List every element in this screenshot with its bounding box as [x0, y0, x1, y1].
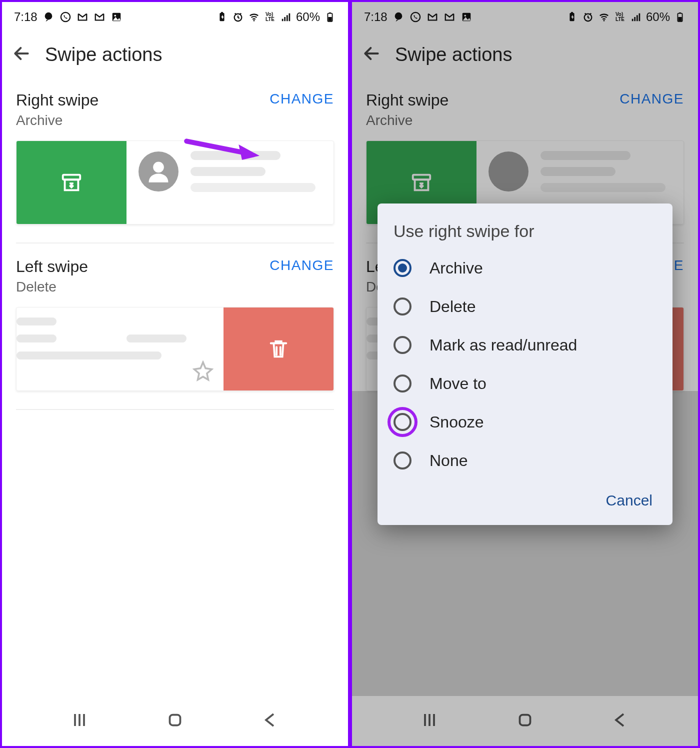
- svg-rect-11: [288, 14, 290, 22]
- status-bar: 7:18 Vo)LTE 60%: [2, 2, 348, 32]
- screenshot-right: 7:18 Vo)LTE 60% Swipe actions: [350, 0, 700, 748]
- svg-rect-8: [282, 19, 284, 22]
- svg-rect-26: [571, 12, 573, 14]
- svg-point-7: [254, 20, 255, 22]
- nav-bar: [2, 696, 348, 746]
- svg-point-0: [44, 12, 52, 20]
- nav-recents-icon[interactable]: [420, 711, 438, 731]
- nav-back-icon[interactable]: [262, 711, 280, 731]
- volte-icon: Vo)LTE: [614, 11, 626, 23]
- svg-rect-32: [638, 14, 640, 22]
- chat-icon: [392, 11, 404, 23]
- right-swipe-change-button[interactable]: CHANGE: [270, 91, 334, 107]
- dialog-option-snooze[interactable]: Snooze: [378, 403, 672, 442]
- gmail-icon: [76, 11, 88, 23]
- trash-icon: [267, 338, 290, 360]
- nav-home-icon[interactable]: [166, 711, 184, 731]
- whatsapp-icon: [60, 11, 72, 23]
- archive-icon: [60, 171, 83, 194]
- right-swipe-preview: [16, 140, 334, 224]
- dialog-option-label: Mark as read/unread: [430, 336, 577, 354]
- right-swipe-title: Right swipe: [16, 91, 98, 110]
- placeholder-line: [16, 318, 56, 326]
- svg-rect-20: [170, 715, 180, 726]
- back-arrow-icon[interactable]: [12, 44, 31, 65]
- svg-point-1: [61, 12, 70, 22]
- svg-rect-31: [636, 15, 638, 21]
- placeholder-line: [190, 167, 266, 176]
- svg-point-22: [411, 12, 420, 22]
- divider: [16, 409, 334, 410]
- svg-rect-34: [679, 12, 681, 14]
- battery-percent: 60%: [296, 10, 320, 24]
- svg-rect-5: [221, 12, 223, 14]
- image-icon: [460, 11, 472, 23]
- alarm-icon: [582, 11, 594, 23]
- svg-rect-38: [520, 715, 530, 726]
- right-swipe-section: Right swipe Archive CHANGE: [2, 77, 348, 244]
- dialog-option-label: Snooze: [430, 413, 484, 432]
- radio-unchecked-icon: [394, 336, 412, 354]
- svg-point-24: [464, 14, 466, 16]
- battery-percent: 60%: [646, 10, 670, 24]
- status-time: 7:18: [14, 10, 38, 24]
- left-swipe-preview: [16, 307, 334, 391]
- svg-rect-29: [632, 19, 634, 22]
- archive-tile: [16, 141, 126, 224]
- app-bar: Swipe actions: [2, 32, 348, 77]
- signal-icon: [630, 11, 642, 23]
- svg-rect-13: [329, 12, 331, 14]
- dialog-option-none[interactable]: None: [378, 442, 672, 480]
- nav-recents-icon[interactable]: [70, 711, 88, 731]
- dialog-option-delete[interactable]: Delete: [378, 288, 672, 326]
- placeholder-line: [190, 151, 280, 160]
- battery-icon: [324, 11, 336, 23]
- nav-home-icon[interactable]: [516, 711, 534, 731]
- battery-saver-icon: [566, 11, 578, 23]
- svg-rect-10: [286, 15, 288, 21]
- avatar-placeholder: [138, 152, 178, 192]
- person-icon: [146, 158, 172, 184]
- gmail-icon: [444, 11, 456, 23]
- screenshot-left: 7:18 Vo)LTE 60% Swipe actions: [0, 0, 350, 748]
- dialog-title: Use right swipe for: [378, 222, 672, 249]
- alarm-icon: [232, 11, 244, 23]
- left-swipe-action: Delete: [16, 279, 88, 295]
- nav-bar: [352, 696, 698, 746]
- dialog-option-label: Move to: [430, 374, 486, 393]
- left-swipe-section: Left swipe Delete CHANGE: [2, 244, 348, 410]
- placeholder-line: [126, 334, 186, 342]
- radio-checked-icon: [394, 259, 412, 277]
- right-swipe-action: Archive: [16, 112, 98, 128]
- svg-point-3: [114, 14, 116, 16]
- radio-unchecked-icon: [394, 374, 412, 392]
- battery-saver-icon: [216, 11, 228, 23]
- signal-icon: [280, 11, 292, 23]
- status-bar: 7:18 Vo)LTE 60%: [352, 2, 698, 32]
- dialog-option-label: Delete: [430, 298, 476, 316]
- svg-rect-30: [634, 17, 636, 21]
- radio-unchecked-icon: [394, 413, 412, 431]
- nav-back-icon[interactable]: [612, 711, 630, 731]
- delete-tile: [224, 308, 334, 390]
- svg-point-28: [604, 20, 605, 22]
- image-icon: [110, 11, 122, 23]
- placeholder-line: [16, 352, 162, 360]
- svg-rect-35: [678, 17, 682, 21]
- svg-point-17: [153, 162, 164, 173]
- gmail-icon: [94, 11, 106, 23]
- placeholder-line: [16, 334, 56, 342]
- star-icon: [192, 360, 214, 384]
- left-swipe-change-button[interactable]: CHANGE: [270, 258, 334, 274]
- chat-icon: [42, 11, 54, 23]
- svg-rect-9: [284, 17, 286, 21]
- dialog-scrim[interactable]: Use right swipe for Archive Delete Mark …: [352, 32, 698, 696]
- dialog-option-archive[interactable]: Archive: [378, 249, 672, 288]
- dialog-option-mark[interactable]: Mark as read/unread: [378, 326, 672, 364]
- dialog-option-move[interactable]: Move to: [378, 364, 672, 403]
- radio-unchecked-icon: [394, 298, 412, 316]
- dialog-option-label: None: [430, 452, 468, 470]
- radio-unchecked-icon: [394, 452, 412, 470]
- dialog-cancel-button[interactable]: Cancel: [606, 492, 652, 508]
- status-time: 7:18: [364, 10, 388, 24]
